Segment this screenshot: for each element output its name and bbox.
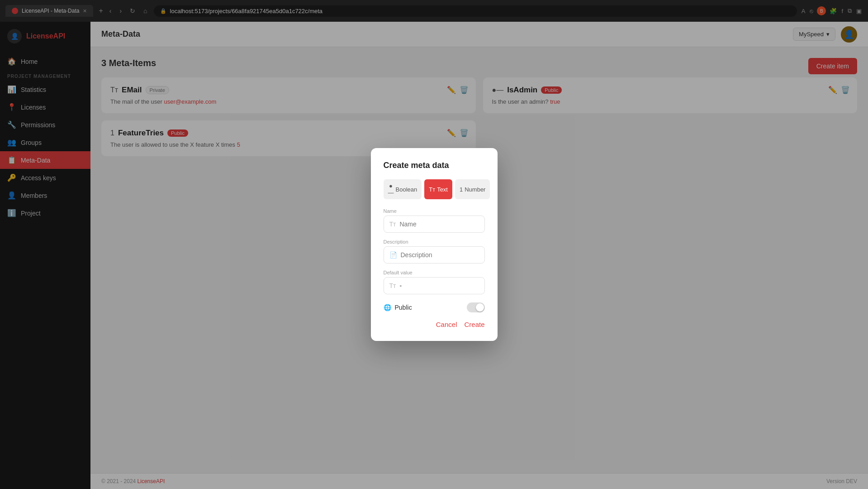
modal-title: Create meta data <box>384 161 485 170</box>
type-tab-boolean[interactable]: ●— Boolean <box>384 179 422 199</box>
text-label: Text <box>437 186 448 193</box>
type-tab-number[interactable]: 1 Number <box>455 179 490 199</box>
globe-icon: 🌐 <box>384 304 391 311</box>
description-input-wrapper: 📄 <box>384 246 485 264</box>
create-meta-modal: Create meta data ●— Boolean Tт Text 1 Nu… <box>371 148 498 341</box>
modal-overlay[interactable]: Create meta data ●— Boolean Tт Text 1 Nu… <box>0 0 868 489</box>
boolean-icon: ●— <box>388 182 394 196</box>
name-input[interactable] <box>399 221 479 228</box>
name-input-wrapper: Tт <box>384 216 485 233</box>
default-value-label: Default value <box>384 270 485 275</box>
public-row: 🌐 Public <box>384 302 485 312</box>
type-tabs: ●— Boolean Tт Text 1 Number <box>384 179 485 199</box>
modal-actions: Cancel Create <box>384 321 485 328</box>
description-label: Description <box>384 239 485 244</box>
description-field: Description 📄 <box>384 239 485 264</box>
name-field: Name Tт <box>384 208 485 233</box>
public-label: 🌐 Public <box>384 304 412 311</box>
number-icon: 1 <box>460 186 463 193</box>
description-input[interactable] <box>401 251 480 259</box>
boolean-label: Boolean <box>396 186 417 193</box>
default-value-input-wrapper: Tт <box>384 277 485 294</box>
default-value-field-icon: Tт <box>389 282 396 289</box>
cancel-button[interactable]: Cancel <box>436 321 457 328</box>
number-label: Number <box>465 186 485 193</box>
public-text: Public <box>395 304 412 311</box>
name-label: Name <box>384 208 485 214</box>
public-toggle[interactable] <box>467 302 485 312</box>
name-field-icon: Tт <box>389 221 396 228</box>
create-button[interactable]: Create <box>464 321 484 328</box>
description-field-icon: 📄 <box>389 251 397 259</box>
type-tab-text[interactable]: Tт Text <box>424 179 452 199</box>
default-value-input[interactable] <box>399 282 479 289</box>
default-value-field: Default value Tт <box>384 270 485 294</box>
text-type-icon: Tт <box>429 186 435 193</box>
toggle-knob <box>476 303 484 312</box>
